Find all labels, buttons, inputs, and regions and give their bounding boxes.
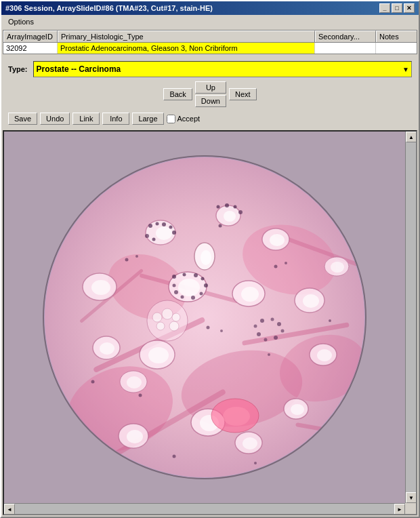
svg-point-57 [194, 273, 198, 277]
down-button[interactable]: Down [195, 95, 226, 107]
options-menu[interactable]: Options [4, 16, 38, 27]
svg-point-58 [201, 277, 205, 281]
svg-point-73 [91, 380, 95, 384]
cell-notes [376, 43, 417, 54]
svg-point-97 [152, 313, 162, 322]
svg-point-71 [139, 394, 142, 397]
accept-label[interactable]: Accept [167, 115, 201, 123]
scroll-left-arrow[interactable]: ◄ [4, 504, 15, 515]
cell-secondary [315, 43, 376, 54]
svg-point-96 [156, 322, 165, 330]
tissue-svg [39, 151, 371, 483]
horizontal-scrollbar[interactable]: ◄ ► [4, 503, 405, 514]
svg-point-48 [152, 238, 156, 241]
svg-point-43 [148, 224, 152, 228]
svg-point-18 [224, 211, 236, 222]
svg-point-84 [281, 330, 285, 333]
scroll-down-arrow[interactable]: ▼ [406, 492, 417, 503]
svg-point-63 [174, 290, 178, 294]
svg-point-47 [172, 231, 176, 235]
svg-point-52 [234, 205, 237, 209]
accept-checkbox[interactable] [167, 115, 175, 123]
col-header-id: ArrayImageID [3, 31, 58, 42]
maximize-button[interactable]: □ [392, 3, 402, 13]
svg-point-44 [156, 222, 159, 226]
svg-point-59 [204, 283, 208, 287]
up-button[interactable]: Up [195, 81, 226, 94]
type-label: Type: [8, 65, 28, 73]
vertical-scrollbar[interactable]: ▲ ▼ [405, 132, 416, 503]
type-select[interactable]: Prostate -- Carcinoma Prostate -- Normal… [33, 61, 412, 77]
svg-point-38 [127, 430, 143, 443]
undo-button[interactable]: Undo [40, 113, 70, 125]
nav-section: Back Up Down Next [1, 80, 419, 111]
scroll-up-arrow[interactable]: ▲ [406, 132, 417, 142]
svg-point-54 [219, 224, 222, 228]
svg-point-28 [241, 287, 259, 302]
large-button[interactable]: Large [132, 113, 163, 125]
svg-point-81 [260, 319, 264, 323]
svg-point-86 [264, 338, 268, 342]
svg-point-88 [254, 325, 257, 328]
svg-point-61 [191, 296, 195, 300]
scroll-corner [405, 503, 416, 514]
svg-point-66 [135, 255, 138, 258]
svg-point-36 [291, 404, 304, 415]
minimize-button[interactable]: _ [379, 3, 390, 13]
action-section: Save Undo Link Info Large Accept [1, 111, 419, 129]
type-select-wrapper: Prostate -- Carcinoma Prostate -- Normal… [33, 61, 412, 77]
col-header-primary: Primary_Histologic_Type [58, 31, 315, 42]
svg-point-87 [257, 332, 261, 336]
svg-point-49 [145, 234, 149, 238]
info-button[interactable]: Info [102, 113, 129, 125]
svg-point-34 [317, 349, 332, 361]
svg-point-51 [225, 203, 229, 207]
svg-point-72 [329, 319, 331, 322]
scroll-right-arrow[interactable]: ► [394, 504, 405, 515]
svg-point-93 [147, 300, 188, 341]
title-bar: #306 Session, ArraySlideID#86 (TMA#23, C… [1, 1, 419, 15]
svg-point-68 [285, 262, 287, 264]
col-header-notes: Notes [376, 31, 417, 42]
svg-point-46 [169, 226, 173, 229]
col-header-secondary: Secondary... [315, 31, 376, 42]
svg-point-22 [91, 280, 110, 295]
svg-point-70 [220, 330, 223, 332]
svg-point-42 [243, 437, 257, 450]
svg-point-55 [172, 275, 176, 279]
link-button[interactable]: Link [72, 113, 100, 125]
svg-point-56 [183, 273, 186, 277]
svg-point-69 [207, 326, 210, 330]
window-title: #306 Session, ArraySlideID#86 (TMA#23, C… [5, 4, 213, 12]
table-header: ArrayImageID Primary_Histologic_Type Sec… [3, 31, 417, 43]
svg-point-74 [268, 353, 270, 356]
type-section: Type: Prostate -- Carcinoma Prostate -- … [1, 56, 419, 80]
back-button[interactable]: Back [163, 88, 192, 100]
svg-point-85 [274, 336, 278, 340]
svg-point-83 [277, 322, 281, 326]
next-button[interactable]: Next [229, 88, 257, 100]
svg-point-94 [162, 308, 173, 319]
accept-text: Accept [177, 115, 201, 123]
close-button[interactable]: ✕ [404, 3, 415, 13]
svg-point-82 [271, 318, 274, 321]
svg-point-75 [173, 455, 176, 458]
svg-point-95 [169, 321, 179, 331]
save-button[interactable]: Save [8, 113, 37, 125]
svg-point-24 [100, 342, 114, 355]
svg-point-20 [270, 234, 285, 246]
svg-point-50 [217, 205, 220, 209]
table-row: 32092 Prostatic Adenocarcinoma, Gleason … [3, 43, 417, 54]
svg-point-98 [172, 313, 180, 321]
cell-primary: Prostatic Adenocarcinoma, Gleason 3, Non… [58, 43, 315, 54]
menu-bar: Options [1, 15, 419, 28]
svg-point-16 [156, 226, 172, 240]
data-table: ArrayImageID Primary_Histologic_Type Sec… [3, 30, 417, 54]
svg-point-76 [254, 462, 257, 464]
svg-point-92 [331, 262, 344, 273]
title-bar-buttons: _ □ ✕ [379, 3, 415, 13]
scroll-h-track[interactable] [15, 504, 394, 514]
tissue-image [4, 132, 405, 503]
scroll-v-track[interactable] [406, 142, 416, 492]
svg-point-45 [162, 222, 166, 226]
